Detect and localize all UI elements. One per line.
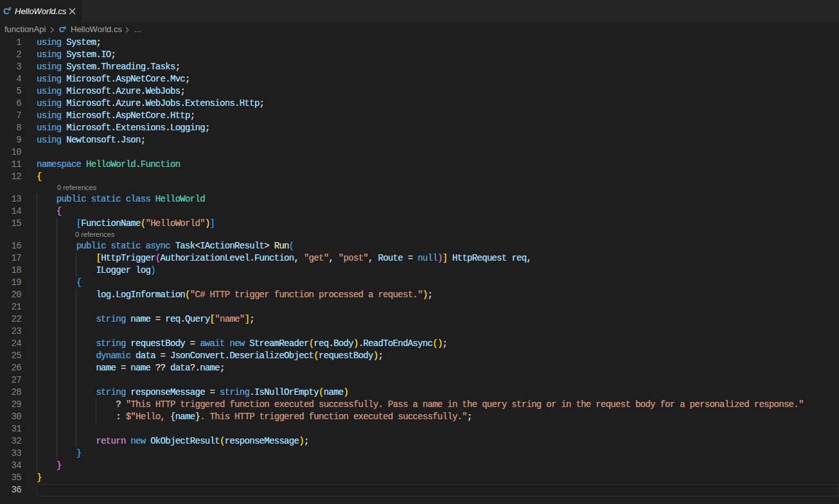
svg-text:#: # xyxy=(8,6,12,12)
svg-text:#: # xyxy=(64,25,67,31)
